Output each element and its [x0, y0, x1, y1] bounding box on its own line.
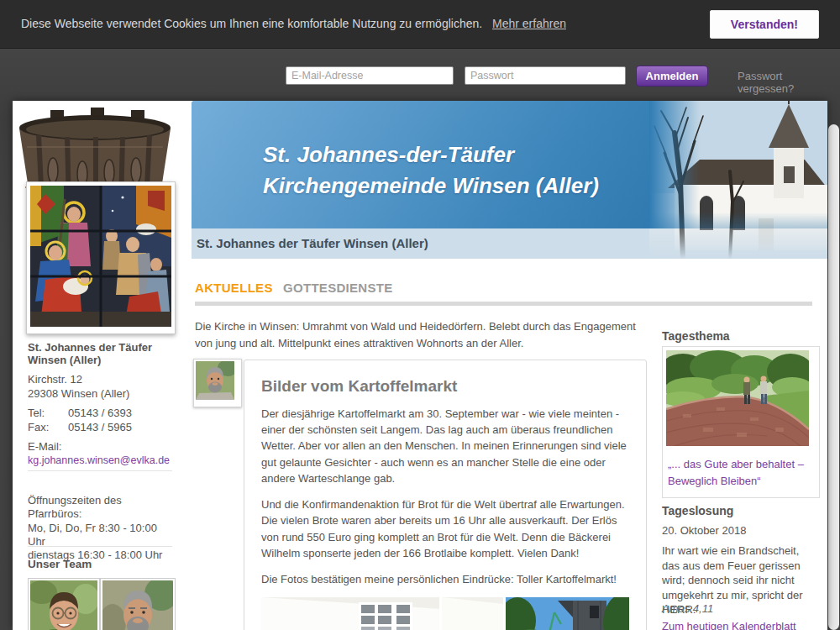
tagesthema-image[interactable] [666, 350, 816, 449]
hours-line2: Mo, Di, Do, Fr 8:30 - 10:00 Uhr [28, 522, 157, 548]
scrollbar-thumb[interactable] [828, 124, 839, 630]
tagesthema-heading: Tagesthema [662, 329, 813, 343]
cookie-message: Diese Webseite verwendet Cookies um Ihne… [21, 17, 566, 30]
tel-label: Tel: [28, 407, 68, 419]
tagesthema-card: „... das Gute aber behaltet – Beweglich … [662, 346, 820, 498]
email-label: E-Mail: [28, 440, 172, 453]
email-field[interactable] [286, 66, 454, 85]
stained-glass-illustration [30, 186, 171, 327]
article-paragraph-2: Und die Konfirmandenaktion für Brot für … [261, 496, 629, 561]
sidebar-divider [28, 470, 172, 471]
tab-aktuelles[interactable]: AKTUELLES [195, 281, 273, 295]
tagesthema-link[interactable]: „... das Gute aber behaltet – Beweglich … [666, 449, 816, 494]
crowd-photo [442, 597, 503, 630]
fax-row: Fax: 05143 / 5965 [28, 421, 172, 433]
phone-row: Tel: 05143 / 6393 [28, 407, 172, 419]
tab-gottesdienste[interactable]: GOTTESDIENSTE [283, 281, 393, 295]
office-hours: Öffnungszeiten des Pfarrbüros: Mo, Di, D… [28, 494, 172, 562]
calendar-link[interactable]: Zum heutigen Kalenderblatt [662, 620, 822, 630]
email-link[interactable]: kg.johannes.winsen@evlka.de [28, 454, 172, 466]
content-panel: St. Johannes der Täufer Winsen (Aller) K… [13, 101, 827, 630]
team-heading: Unser Team [28, 558, 172, 570]
article-photo-row [261, 597, 629, 630]
team-member-1-portrait [30, 580, 97, 630]
church-photo [649, 101, 827, 260]
login-button[interactable]: Anmelden [636, 66, 708, 87]
cookie-banner: Diese Webseite verwendet Cookies um Ihne… [0, 0, 840, 49]
cookie-message-text: Diese Webseite verwendet Cookies um Ihne… [21, 17, 482, 30]
team-photo-2[interactable] [100, 578, 176, 630]
cookie-accept-button[interactable]: Verstanden! [710, 10, 819, 39]
site-title-line1: St. Johannes-der-Täufer [263, 139, 599, 171]
author-avatar[interactable] [193, 359, 242, 407]
tageslosung-heading: Tageslosung [662, 504, 813, 517]
tower-photo [506, 597, 629, 630]
intro-text: Die Kirche in Winsen: Umrahmt von Wald u… [195, 318, 653, 352]
sidebar-divider [28, 546, 172, 547]
article-paragraph-3: Die Fotos bestätigen meine persönlichen … [261, 571, 629, 587]
church-wall-photo [261, 597, 439, 630]
tab-divider-rule [195, 302, 812, 306]
fax-value: 05143 / 5965 [68, 421, 132, 433]
photo-fade-overlay [649, 101, 700, 228]
address-line1: Kirchstr. 12 [28, 373, 172, 386]
team-photo-1[interactable] [28, 578, 100, 630]
article-card: Bilder vom Kartoffelmarkt Der diesjährig… [244, 360, 647, 630]
password-field[interactable] [465, 66, 626, 85]
tageslosung-date: 20. Oktober 2018 [662, 523, 811, 538]
author-portrait [196, 361, 234, 400]
page: Anmelden Passwort vergessen? [0, 0, 840, 630]
team-member-2-portrait [102, 580, 173, 630]
address-line2: 29308 Winsen (Aller) [28, 387, 172, 400]
article-title: Bilder vom Kartoffelmarkt [261, 377, 629, 396]
sidebar-org-name: St. Johannes der Täufer Winsen (Aller) [28, 341, 172, 366]
garden-path-photo [666, 350, 809, 446]
verse-reference: Amos 4,11 [662, 601, 811, 617]
article-photo-crowd[interactable] [442, 597, 503, 630]
stained-glass-photo[interactable] [26, 181, 176, 334]
article-photo-church-tower[interactable] [506, 597, 629, 630]
forgot-password-link[interactable]: Passwort vergessen? [738, 70, 840, 95]
fax-label: Fax: [28, 421, 68, 433]
hours-line1: Öffnungszeiten des Pfarrbüros: [28, 494, 122, 520]
site-title: St. Johannes-der-Täufer Kirchengemeinde … [263, 139, 599, 202]
article-photo-church-wall[interactable] [261, 597, 439, 630]
article-paragraph-1: Der diesjährige Kartoffelmarkt am 30. Se… [261, 406, 629, 486]
tel-value: 05143 / 6393 [68, 407, 132, 419]
cookie-learn-more-link[interactable]: Mehr erfahren [492, 17, 566, 30]
site-title-line2: Kirchengemeinde Winsen (Aller) [263, 171, 599, 202]
